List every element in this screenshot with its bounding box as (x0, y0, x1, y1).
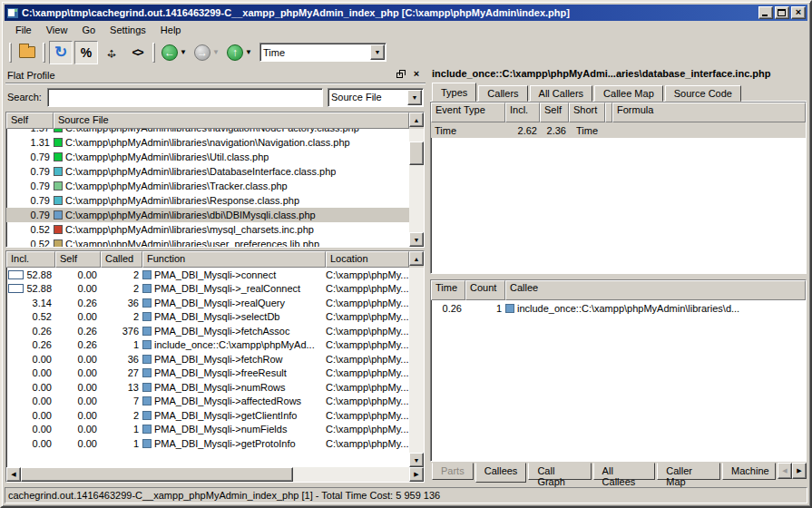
maximize-button[interactable] (775, 6, 789, 19)
tab-all-callers[interactable]: All Callers (530, 85, 593, 102)
search-input[interactable] (47, 88, 323, 107)
col-header-time[interactable]: Time (431, 280, 465, 300)
col-header-incl[interactable]: Incl. (6, 251, 55, 268)
title-bar[interactable]: C:\xampp\tmp\cachegrind.out.1416463299-C… (5, 5, 807, 21)
event-type-combobox-arrow-icon[interactable]: ▼ (370, 44, 385, 60)
col-header-incl[interactable]: Incl. (505, 103, 540, 122)
file-row[interactable]: 0.79C:\xampp\phpMyAdmin\libraries\Respon… (6, 193, 409, 208)
source-file-list: Self Source File ▲ 1.57C:\xampp\phpMyAdm… (5, 112, 425, 248)
file-row[interactable]: 0.52C:\xampp\phpMyAdmin\libraries\mysql_… (6, 222, 409, 237)
shorten-templates-button[interactable]: <> (125, 41, 149, 64)
col-header-location[interactable]: Location (326, 251, 409, 268)
col-header-self[interactable]: Self (55, 251, 101, 268)
close-button[interactable]: × (791, 6, 806, 19)
file-row[interactable]: 0.52C:\xampp\phpMyAdmin\libraries\user_p… (6, 237, 409, 247)
group-combobox[interactable]: Source File ▼ (328, 88, 424, 107)
dock-title-bar[interactable]: Flat Profile × (5, 67, 426, 83)
file-scroll-up-icon[interactable]: ▲ (409, 112, 424, 127)
tab-machine[interactable]: Machine (722, 463, 776, 480)
menu-view[interactable]: View (39, 23, 75, 37)
function-row[interactable]: 0.000.001PMA_DBI_Mysqli->numFieldsC:\xam… (6, 423, 409, 437)
dock-close-button[interactable]: × (410, 69, 423, 81)
file-row[interactable]: 0.79C:\xampp\phpMyAdmin\libraries\Util.c… (6, 150, 409, 164)
file-type-icon (54, 210, 63, 220)
file-row[interactable]: 0.79C:\xampp\phpMyAdmin\libraries\Databa… (6, 164, 409, 179)
file-type-icon (54, 167, 63, 176)
toolbar: ↻ % ↔↕ <> ←▼ →▼ ↑▼ Time ▼ (5, 39, 807, 66)
file-row[interactable]: 0.79C:\xampp\phpMyAdmin\libraries\Tracke… (6, 179, 409, 193)
file-row-selected[interactable]: 0.79C:\xampp\phpMyAdmin\libraries\dbi\DB… (6, 208, 409, 222)
group-combobox-arrow-icon[interactable]: ▼ (407, 90, 422, 105)
back-button[interactable]: ←▼ (159, 41, 190, 64)
dock-float-button[interactable] (395, 69, 407, 81)
tab-callers[interactable]: Callers (478, 85, 527, 102)
function-row[interactable]: 0.000.001PMA_DBI_Mysqli->getProtoInfoC:\… (6, 436, 409, 451)
fn-scroll-down-icon[interactable]: ▼ (409, 453, 424, 467)
detail-panel: include_once::C:\xampp\phpMyAdmi...aries… (430, 66, 807, 484)
menu-go[interactable]: Go (74, 23, 103, 37)
up-button[interactable]: ↑▼ (224, 41, 255, 64)
minimize-button[interactable] (758, 6, 773, 19)
function-row[interactable]: 0.000.0013PMA_DBI_Mysqli->numRowsC:\xamp… (6, 380, 409, 395)
function-row[interactable]: 3.140.2636PMA_DBI_Mysqli->realQueryC:\xa… (6, 296, 409, 310)
function-table-vscrollbar[interactable]: ▼ (409, 268, 424, 467)
function-row[interactable]: 52.880.002PMA_DBI_Mysqli->connectC:\xamp… (6, 268, 409, 282)
file-list-vscrollbar[interactable]: ▼ (409, 129, 424, 247)
event-type-row-selected[interactable]: Time 2.62 2.36 Time (431, 122, 806, 138)
fn-scroll-left-icon[interactable]: ◀ (6, 467, 21, 482)
tab-parts[interactable]: Parts (432, 463, 474, 480)
file-row[interactable]: 1.31C:\xampp\phpMyAdmin\libraries\naviga… (6, 135, 409, 150)
tab-caller-map[interactable]: Caller Map (657, 463, 720, 480)
function-table-hscrollbar[interactable]: ◀ ▶ (6, 467, 424, 482)
fn-scroll-up-icon[interactable]: ▲ (409, 251, 424, 266)
col-header-short[interactable]: Short (569, 103, 605, 122)
tab-callees[interactable]: Callees (475, 463, 527, 483)
function-row[interactable]: 0.520.002PMA_DBI_Mysqli->selectDbC:\xamp… (6, 310, 409, 325)
file-scroll-down-icon[interactable]: ▼ (409, 232, 424, 247)
dock-close-icon: × (410, 68, 423, 79)
tab-source-code[interactable]: Source Code (665, 85, 741, 102)
tab-all-callees[interactable]: All Callees (593, 463, 656, 480)
function-row[interactable]: 0.000.007PMA_DBI_Mysqli->affectedRowsC:\… (6, 395, 409, 409)
function-row[interactable]: 52.880.002PMA_DBI_Mysqli->_realConnectC:… (6, 282, 409, 297)
forward-button[interactable]: →▼ (191, 41, 222, 64)
open-file-button[interactable] (15, 41, 39, 64)
menu-settings[interactable]: Settings (103, 23, 153, 37)
function-table: Incl. Self Called Function Location ▲ 52… (5, 250, 425, 483)
menu-file[interactable]: File (8, 23, 39, 37)
col-header-count[interactable]: Count (465, 280, 505, 300)
callee-row[interactable]: 0.26 1 include_once::C:\xampp\phpMyAdmin… (431, 300, 806, 316)
tab-call-graph[interactable]: Call Graph (528, 463, 591, 480)
function-row[interactable]: 0.000.002PMA_DBI_Mysqli->getClientInfoC:… (6, 408, 409, 423)
col-header-formula[interactable]: Formula (612, 103, 806, 122)
cycle-detection-button[interactable]: ↻ (49, 41, 73, 64)
hscroll-thumb[interactable] (21, 467, 293, 482)
tab-scroll-right-icon[interactable]: ▶ (792, 463, 807, 479)
toolbar-handle[interactable] (9, 43, 12, 63)
col-header-source-file[interactable]: Source File (54, 112, 409, 129)
vscroll-thumb[interactable] (409, 142, 424, 165)
function-row[interactable]: 0.260.26376PMA_DBI_Mysqli->fetchAssocC:\… (6, 324, 409, 338)
function-icon (142, 312, 152, 321)
function-row[interactable]: 0.000.0027PMA_DBI_Mysqli->freeResultC:\x… (6, 366, 409, 381)
function-row[interactable]: 0.000.0036PMA_DBI_Mysqli->fetchRowC:\xam… (6, 352, 409, 366)
relative-percent-button[interactable]: % (74, 41, 98, 64)
menu-help[interactable]: Help (153, 23, 189, 37)
col-header-event-type[interactable]: Event Type (431, 103, 505, 122)
function-icon (142, 425, 152, 434)
app-icon[interactable] (6, 7, 19, 19)
dock-title: Flat Profile (5, 70, 395, 81)
fn-scroll-right-icon[interactable]: ▶ (409, 467, 424, 482)
file-row[interactable]: 1.57C:\xampp\phpMyAdmin\libraries\naviga… (6, 129, 409, 135)
col-header-self[interactable]: Self (540, 103, 569, 122)
tab-types[interactable]: Types (432, 83, 476, 102)
event-type-combobox[interactable]: Time ▼ (259, 43, 386, 62)
function-row[interactable]: 0.260.261include_once::C:\xampp\phpMyAd.… (6, 338, 409, 353)
col-header-function[interactable]: Function (142, 251, 326, 268)
tab-callee-map[interactable]: Callee Map (594, 85, 663, 102)
col-header-callee[interactable]: Callee (505, 280, 806, 300)
tab-scroll-left-icon[interactable]: ◀ (778, 463, 792, 479)
col-header-called[interactable]: Called (101, 251, 142, 268)
col-header-self[interactable]: Self (6, 112, 54, 129)
relative-to-parent-button[interactable]: ↔↕ (100, 41, 123, 64)
